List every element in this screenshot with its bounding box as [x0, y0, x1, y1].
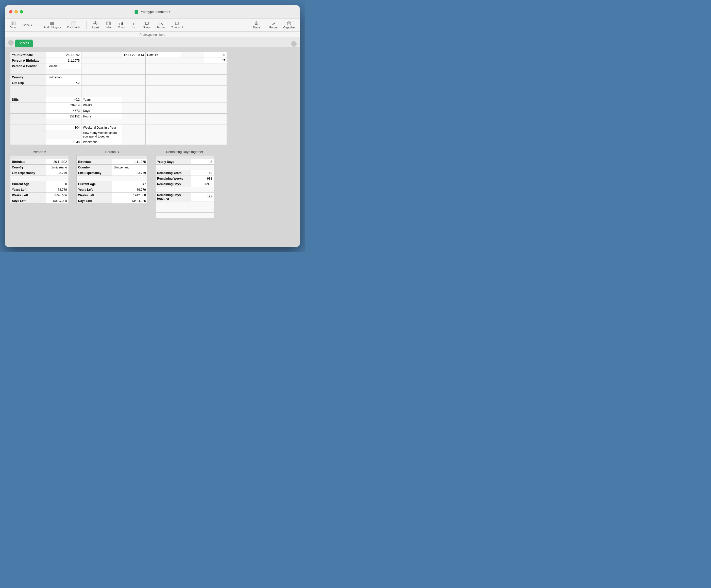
text-cell[interactable]: Hours	[82, 114, 122, 119]
empty-cell[interactable]	[191, 201, 214, 207]
empty-cell[interactable]	[82, 80, 122, 86]
empty-cell[interactable]	[204, 119, 227, 125]
add-sheet-button[interactable]: +	[8, 40, 14, 46]
empty-cell[interactable]	[122, 58, 146, 63]
value-cell[interactable]: 47	[204, 58, 227, 63]
insert-button[interactable]: Insert	[90, 20, 101, 30]
empty-cell[interactable]	[82, 58, 122, 63]
empty-cell[interactable]	[146, 114, 181, 119]
empty-cell[interactable]	[191, 165, 214, 170]
text-cell[interactable]: Years	[82, 97, 122, 103]
label-cell[interactable]: Country	[77, 165, 112, 170]
empty-cell[interactable]	[146, 86, 181, 91]
empty-cell[interactable]	[204, 114, 227, 119]
empty-cell[interactable]	[122, 86, 146, 91]
label-cell[interactable]: Current Age	[77, 181, 112, 187]
label-cell[interactable]: Person A Birthdate	[10, 58, 46, 63]
value-cell[interactable]: Switzerland	[46, 165, 69, 170]
empty-cell[interactable]	[146, 63, 181, 69]
value-cell[interactable]: 19629.335	[46, 198, 69, 204]
empty-cell[interactable]	[155, 187, 191, 193]
empty-cell[interactable]	[46, 69, 82, 74]
label-cell[interactable]: Diffs	[10, 97, 46, 103]
empty-cell[interactable]	[181, 69, 204, 74]
empty-cell[interactable]	[146, 97, 181, 103]
label-cell[interactable]	[10, 91, 46, 97]
value-cell[interactable]: 14673	[46, 108, 82, 114]
add-right-button[interactable]: +	[291, 41, 297, 47]
empty-cell[interactable]	[191, 213, 214, 218]
view-button[interactable]: View	[8, 21, 18, 30]
value-cell[interactable]: 2796.508	[46, 193, 69, 198]
label-cell[interactable]: Country	[10, 74, 46, 80]
empty-cell[interactable]	[82, 63, 122, 69]
label-cell[interactable]: Current Age	[10, 181, 46, 187]
empty-cell[interactable]	[204, 74, 227, 80]
value-cell[interactable]: 352152	[46, 114, 82, 119]
empty-cell[interactable]	[204, 97, 227, 103]
label-cell[interactable]: Remaining Weeks	[155, 176, 191, 181]
text-cell[interactable]: Weekend Days in a Year	[82, 125, 122, 130]
empty-cell[interactable]	[82, 74, 122, 80]
empty-cell[interactable]	[191, 207, 214, 213]
pivot-table-button[interactable]: Pivot Table	[65, 21, 83, 30]
value-cell[interactable]: 13424.335	[112, 198, 148, 204]
empty-cell[interactable]	[204, 63, 227, 69]
empty-cell[interactable]	[181, 74, 204, 80]
value-cell[interactable]: 30	[204, 52, 227, 58]
value-cell[interactable]: 1912.508	[112, 193, 148, 198]
empty-cell[interactable]	[112, 176, 148, 181]
empty-cell[interactable]	[181, 103, 204, 108]
empty-cell[interactable]	[181, 139, 204, 145]
empty-cell[interactable]	[204, 80, 227, 86]
empty-cell[interactable]	[181, 91, 204, 97]
value-cell[interactable]: 47	[112, 181, 148, 187]
value-cell[interactable]: 40.2	[46, 97, 82, 103]
media-button[interactable]: Media	[155, 21, 167, 30]
label-cell[interactable]: Birthdate	[77, 159, 112, 165]
format-button[interactable]: Format	[267, 20, 280, 30]
value-cell[interactable]: 1048	[46, 139, 82, 145]
empty-cell[interactable]	[146, 58, 181, 63]
label-cell[interactable]: Remaining Years	[155, 170, 191, 176]
value-cell[interactable]: 30	[46, 181, 69, 187]
label-cell[interactable]	[10, 108, 46, 114]
empty-cell[interactable]	[46, 86, 82, 91]
value-cell[interactable]: 83.779	[46, 170, 69, 176]
empty-cell[interactable]	[46, 130, 82, 139]
empty-cell[interactable]	[155, 165, 191, 170]
empty-cell[interactable]	[181, 119, 204, 125]
text-button[interactable]: T Text	[129, 21, 139, 30]
label-cell[interactable]: Weeks Left	[10, 193, 46, 198]
maximize-button[interactable]	[20, 10, 23, 14]
value-cell[interactable]: 152	[191, 193, 214, 201]
empty-cell[interactable]	[46, 176, 69, 181]
title-chevron-icon[interactable]: ▾	[169, 10, 170, 13]
label-cell[interactable]: Birthdate	[10, 159, 46, 165]
empty-cell[interactable]	[155, 207, 191, 213]
label-cell[interactable]	[10, 139, 46, 145]
value-cell[interactable]: 988	[191, 176, 214, 181]
label-cell[interactable]	[10, 103, 46, 108]
label-cell[interactable]: Life Exp	[10, 80, 46, 86]
empty-cell[interactable]	[10, 176, 46, 181]
add-category-button[interactable]: Add Category	[42, 21, 63, 30]
value-cell[interactable]: 26.1.1992	[46, 52, 82, 58]
value-cell[interactable]: 12.11.22 10:14	[122, 52, 146, 58]
empty-cell[interactable]	[122, 125, 146, 130]
empty-cell[interactable]	[181, 58, 204, 63]
value-cell[interactable]: 1.1.1975	[112, 159, 148, 165]
organise-button[interactable]: Organise	[281, 20, 297, 30]
empty-cell[interactable]	[191, 187, 214, 193]
empty-cell[interactable]	[82, 69, 122, 74]
empty-cell[interactable]	[82, 91, 122, 97]
empty-cell[interactable]	[146, 125, 181, 130]
text-cell[interactable]: Female	[46, 63, 82, 69]
empty-cell[interactable]	[122, 103, 146, 108]
shape-button[interactable]: Shape	[141, 21, 153, 30]
value-cell[interactable]: 19	[191, 170, 214, 176]
text-cell[interactable]: Switzerland	[112, 165, 148, 170]
empty-cell[interactable]	[204, 125, 227, 130]
label-cell[interactable]: Remaining Days	[155, 181, 191, 187]
text-cell[interactable]: Days	[82, 108, 122, 114]
